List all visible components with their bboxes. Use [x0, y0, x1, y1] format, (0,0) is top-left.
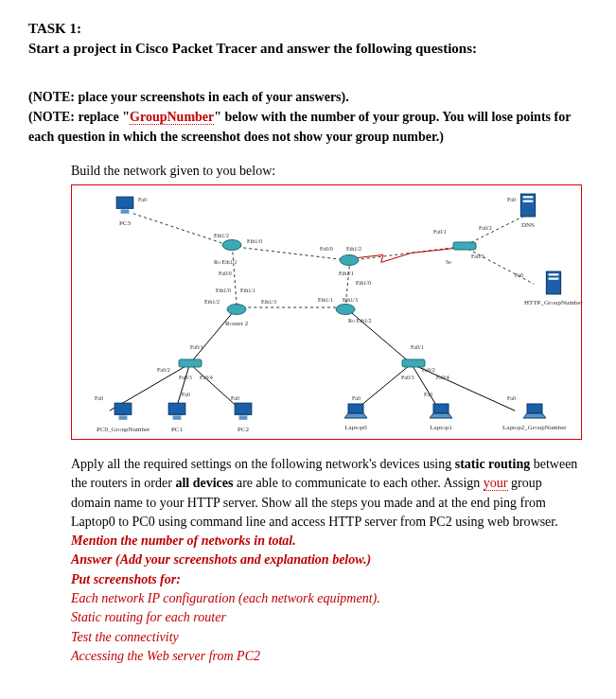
svg-rect-39 — [433, 404, 449, 413]
laptop-icon — [344, 403, 367, 420]
build-instruction: Build the network given to you below: — [71, 164, 588, 179]
svg-marker-38 — [344, 413, 367, 418]
router-icon — [339, 253, 360, 267]
pc-icon — [167, 401, 187, 422]
task-label: TASK 1: — [28, 21, 81, 36]
instructions-paragraph: Apply all the required settings on the f… — [71, 455, 578, 532]
item-ipconfig: Each network IP configuration (each netw… — [71, 589, 578, 608]
svg-rect-16 — [116, 197, 133, 208]
server-icon — [544, 271, 563, 295]
svg-rect-22 — [548, 273, 558, 275]
svg-rect-30 — [402, 359, 425, 367]
mention-networks: Mention the number of networks in total. — [71, 532, 578, 550]
item-web-access: Accessing the Web server from PC2 — [71, 647, 578, 666]
pc-icon — [233, 401, 254, 422]
pc-icon — [114, 195, 135, 216]
notes: (NOTE: place your screenshots in each of… — [28, 87, 588, 147]
svg-rect-26 — [453, 242, 476, 250]
note-1: (NOTE: place your screenshots in each of… — [28, 87, 588, 107]
device-laptop2: Laptop2_GroupNumber — [502, 403, 567, 431]
svg-rect-34 — [173, 415, 182, 419]
svg-rect-41 — [527, 404, 542, 413]
laptop-icon — [430, 403, 452, 420]
device-http: HTTP_GroupNumber — [524, 271, 583, 306]
task-heading: TASK 1: Start a project in Cisco Packet … — [28, 19, 588, 59]
answer-line: Answer (Add your screenshots and explana… — [71, 550, 578, 569]
switch-icon — [452, 240, 477, 252]
note-2: (NOTE: replace "GroupNumber" below with … — [28, 107, 588, 147]
svg-rect-19 — [523, 196, 534, 198]
router-icon — [226, 303, 247, 316]
pc-icon — [113, 401, 133, 422]
svg-line-0 — [133, 214, 233, 247]
laptop-icon — [523, 403, 546, 420]
svg-point-27 — [227, 305, 246, 315]
svg-marker-42 — [523, 413, 546, 418]
svg-rect-33 — [168, 403, 185, 414]
svg-point-24 — [222, 240, 241, 251]
device-router-2: Router 2 — [225, 303, 248, 327]
svg-point-28 — [336, 305, 355, 315]
group-number-placeholder: GroupNumber — [130, 110, 214, 125]
screenshots-for: Put screenshots for: — [71, 570, 578, 589]
svg-rect-29 — [179, 359, 202, 367]
svg-rect-31 — [114, 403, 132, 414]
svg-rect-36 — [239, 415, 248, 419]
task-line: Start a project in Cisco Packet Tracer a… — [28, 41, 477, 56]
svg-rect-35 — [235, 403, 252, 414]
router-icon — [221, 238, 242, 252]
svg-rect-20 — [523, 201, 534, 202]
device-switch-left — [178, 358, 202, 373]
item-static-routing: Static routing for each router — [71, 608, 578, 627]
device-switch-top — [452, 240, 477, 255]
device-dns: DNS — [519, 193, 537, 229]
item-connectivity: Test the connectivity — [71, 628, 578, 647]
device-pc0: PC0_GroupNumber — [97, 401, 150, 433]
device-pc1: PC1 — [167, 401, 187, 433]
svg-line-1 — [232, 247, 237, 308]
svg-rect-37 — [348, 404, 363, 413]
svg-point-25 — [340, 255, 359, 266]
device-laptop0: Laptop0 — [344, 403, 367, 431]
server-icon — [519, 193, 537, 218]
router-icon — [335, 303, 356, 316]
svg-rect-17 — [121, 209, 130, 213]
svg-marker-40 — [430, 413, 452, 418]
device-laptop1: Laptop1 — [430, 403, 452, 431]
device-pc3: PC3 — [114, 195, 135, 227]
network-diagram: PC3 Fa0 DNS Fa0 Fa0/2 HTTP_GroupNumber F… — [71, 184, 582, 440]
svg-rect-32 — [119, 415, 128, 419]
device-router-0 — [221, 238, 242, 255]
switch-icon — [178, 358, 202, 369]
device-pc2: PC2 — [233, 401, 254, 433]
svg-rect-23 — [548, 278, 558, 280]
device-router-1 — [339, 253, 360, 271]
